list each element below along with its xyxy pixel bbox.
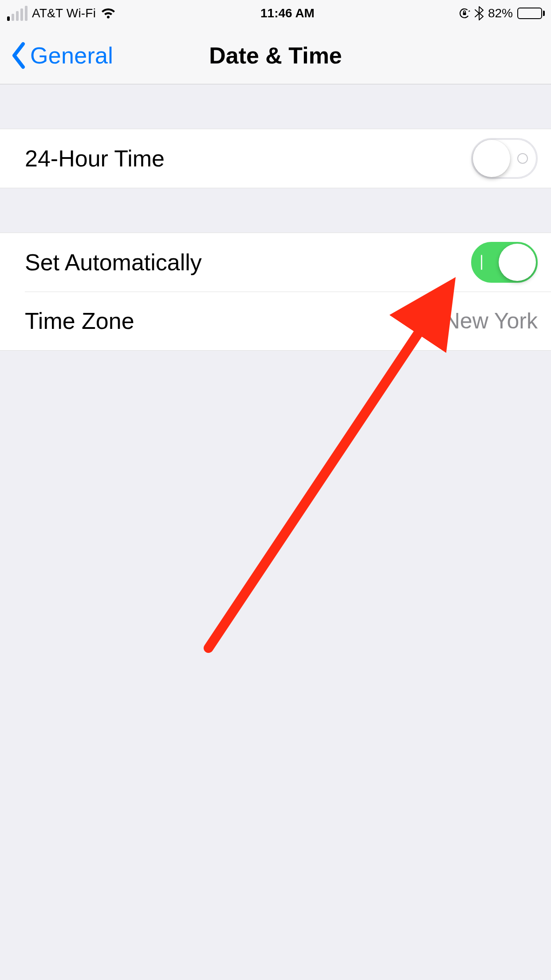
carrier-label: AT&T Wi-Fi bbox=[32, 6, 96, 20]
battery-icon bbox=[517, 8, 545, 19]
group-24hour: 24-Hour Time bbox=[0, 129, 551, 188]
row-24-hour-time[interactable]: 24-Hour Time bbox=[0, 129, 551, 188]
row-value: New York bbox=[444, 308, 538, 334]
status-bar: AT&T Wi-Fi 11:46 AM 82% bbox=[0, 0, 551, 27]
svg-rect-1 bbox=[463, 12, 466, 15]
cellular-signal-icon bbox=[7, 6, 28, 21]
wifi-icon bbox=[100, 7, 116, 20]
switch-24-hour-time[interactable] bbox=[471, 138, 538, 179]
row-label: 24-Hour Time bbox=[25, 145, 471, 172]
bluetooth-icon bbox=[475, 6, 484, 20]
group-gap bbox=[0, 188, 551, 233]
row-label: Time Zone bbox=[25, 308, 444, 334]
group-gap bbox=[0, 84, 551, 129]
row-label: Set Automatically bbox=[25, 249, 471, 276]
status-right: 82% bbox=[459, 6, 545, 20]
status-clock: 11:46 AM bbox=[260, 6, 315, 20]
status-left: AT&T Wi-Fi bbox=[7, 6, 116, 21]
battery-percent: 82% bbox=[488, 6, 513, 20]
row-set-automatically[interactable]: Set Automatically bbox=[0, 233, 551, 292]
nav-bar: General Date & Time bbox=[0, 27, 551, 84]
orientation-lock-icon bbox=[459, 7, 470, 20]
page-title: Date & Time bbox=[0, 42, 551, 69]
row-time-zone[interactable]: Time Zone New York bbox=[0, 292, 551, 350]
switch-set-automatically[interactable] bbox=[471, 242, 538, 283]
group-auto: Set Automatically Time Zone New York bbox=[0, 233, 551, 351]
